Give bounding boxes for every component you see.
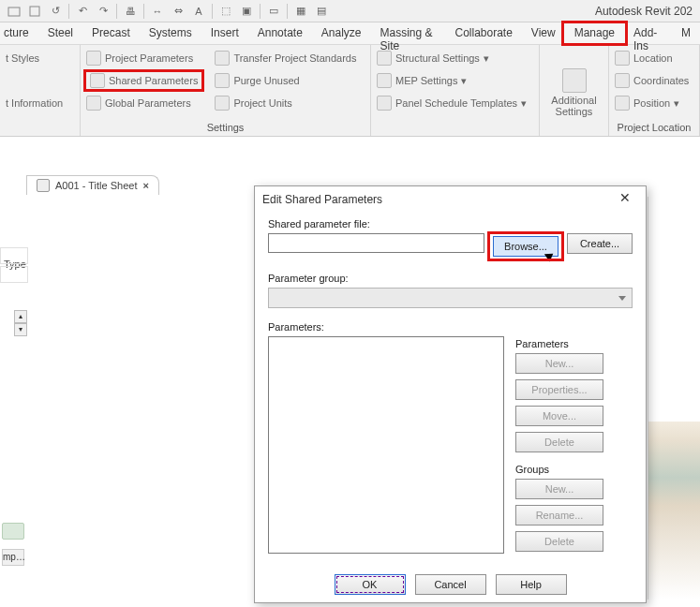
transfer-icon xyxy=(215,51,230,66)
rb-mep-settings[interactable]: MEP Settings ▾ xyxy=(377,71,533,90)
create-button[interactable]: Create... xyxy=(567,233,633,254)
rb-object-styles[interactable]: t Styles xyxy=(6,49,74,67)
qat-dim-icon[interactable]: ⇔ xyxy=(170,3,186,20)
qat-save-icon[interactable] xyxy=(26,3,43,20)
rb-structural-settings[interactable]: Structural Settings ▾ xyxy=(377,49,533,67)
panel-caption-location: Project Location xyxy=(615,120,693,136)
tab-precast[interactable]: Precast xyxy=(82,22,140,44)
rb-project-units[interactable]: Project Units xyxy=(215,94,356,112)
units-icon xyxy=(215,96,230,111)
help-button[interactable]: Help xyxy=(496,574,567,595)
parameters-listbox[interactable] xyxy=(268,336,504,554)
tab-addins[interactable]: Add-Ins xyxy=(624,22,672,44)
qat-3d-icon[interactable]: ⬚ xyxy=(217,3,234,20)
document-tab-label: A001 - Title Sheet xyxy=(55,180,137,191)
additional-settings-icon xyxy=(562,68,587,93)
palette-cell[interactable] xyxy=(0,247,28,264)
chevron-down-icon: ▾ xyxy=(484,52,489,65)
rb-purge-unused[interactable]: Purge Unused xyxy=(215,71,356,90)
rb-position[interactable]: Position ▾ xyxy=(615,94,693,112)
param-new-button[interactable]: New... xyxy=(515,353,603,374)
groups-caption: Groups xyxy=(515,464,633,475)
svg-rect-0 xyxy=(8,7,20,16)
tab-architecture-partial[interactable]: cture xyxy=(4,22,38,44)
chevron-down-icon: ▾ xyxy=(521,97,527,110)
dialog-title: Edit Shared Parameters xyxy=(262,193,382,206)
rb-shared-parameters[interactable]: Shared Parameters xyxy=(86,71,201,90)
pgroup-label: Parameter group: xyxy=(268,273,349,284)
rb-transfer-standards[interactable]: Transfer Project Standards xyxy=(215,49,356,67)
rb-project-info[interactable]: t Information xyxy=(6,94,74,112)
mp-button-partial[interactable]: mp… xyxy=(2,549,24,566)
document-area: A001 - Title Sheet × Type ▴ ▾ mp… Edit S… xyxy=(0,137,700,607)
rb-additional-settings[interactable]: Additional Settings xyxy=(544,68,604,117)
qat-measure-icon[interactable]: ↔ xyxy=(149,3,166,20)
edit-shared-parameters-dialog: Edit Shared Parameters ✕ Shared paramete… xyxy=(254,185,647,603)
qat-sync-icon[interactable]: ↺ xyxy=(47,3,64,20)
rb-coordinates[interactable]: Coordinates xyxy=(615,71,693,90)
spinner-up[interactable]: ▴ xyxy=(14,310,27,323)
shared-parameter-file-input[interactable] xyxy=(268,233,484,253)
coordinates-icon xyxy=(615,73,630,88)
project-params-icon xyxy=(86,51,101,66)
ribbon-body: t Styles t Information Project Parameter… xyxy=(0,45,700,137)
chevron-down-icon: ▾ xyxy=(461,75,467,87)
document-tab[interactable]: A001 - Title Sheet × xyxy=(26,175,159,195)
apply-button-partial[interactable] xyxy=(2,523,24,540)
tab-insert[interactable]: Insert xyxy=(201,22,248,44)
qat-section-icon[interactable]: ▣ xyxy=(238,3,255,20)
tab-massing[interactable]: Massing & Site xyxy=(371,22,446,44)
param-properties-button[interactable]: Properties... xyxy=(515,379,603,400)
qat-switch-icon[interactable]: ▤ xyxy=(313,3,330,20)
tab-annotate[interactable]: Annotate xyxy=(248,22,312,44)
group-new-button[interactable]: New... xyxy=(515,479,603,499)
ok-button[interactable]: OK xyxy=(335,574,406,595)
tab-collaborate[interactable]: Collaborate xyxy=(445,22,521,44)
qat-text-icon[interactable]: A xyxy=(190,3,207,20)
close-document-icon[interactable]: × xyxy=(142,180,148,191)
ribbon-tabs: cture Steel Precast Systems Insert Annot… xyxy=(0,22,700,45)
tab-more-partial[interactable]: M xyxy=(672,22,700,44)
palette-cell[interactable] xyxy=(0,266,28,283)
panel-caption-settings: Settings xyxy=(86,120,365,136)
param-delete-button[interactable]: Delete xyxy=(515,432,603,452)
qat-close-icon[interactable]: ▦ xyxy=(292,3,309,20)
tab-manage[interactable]: Manage xyxy=(565,22,624,44)
left-mini-palette xyxy=(0,247,28,283)
group-delete-button[interactable]: Delete xyxy=(515,531,603,552)
tab-steel[interactable]: Steel xyxy=(38,22,82,44)
tab-systems[interactable]: Systems xyxy=(140,22,201,44)
quick-access-toolbar: ↺ ↶ ↷ 🖶 ↔ ⇔ A ⬚ ▣ ▭ ▦ ▤ Autodesk Revit 2… xyxy=(0,0,700,22)
browse-button[interactable]: Browse... xyxy=(493,236,559,257)
qat-window-icon[interactable]: ▭ xyxy=(265,3,282,20)
tab-view[interactable]: View xyxy=(522,22,565,44)
location-icon xyxy=(615,51,630,66)
qat-print-icon[interactable]: 🖶 xyxy=(122,3,139,20)
parameter-group-combo[interactable] xyxy=(268,288,633,308)
position-icon xyxy=(615,96,630,111)
global-params-icon xyxy=(86,96,101,111)
viewport-background xyxy=(648,197,700,600)
qat-undo-icon[interactable]: ↶ xyxy=(74,3,91,20)
group-rename-button[interactable]: Rename... xyxy=(515,505,603,526)
tab-analyze[interactable]: Analyze xyxy=(312,22,371,44)
app-title: Autodesk Revit 202 xyxy=(595,5,693,18)
dialog-close-button[interactable]: ✕ xyxy=(612,190,638,209)
rb-location[interactable]: Location xyxy=(615,49,693,67)
cancel-button[interactable]: Cancel xyxy=(415,574,486,595)
param-move-button[interactable]: Move... xyxy=(515,406,603,426)
qat-open-icon[interactable] xyxy=(6,3,22,20)
qat-redo-icon[interactable]: ↷ xyxy=(95,3,112,20)
rb-snap-blank[interactable] xyxy=(6,71,74,90)
params-label: Parameters: xyxy=(268,321,324,333)
rb-project-parameters[interactable]: Project Parameters xyxy=(86,49,201,67)
spinner-down[interactable]: ▾ xyxy=(14,323,27,336)
panel-sched-icon xyxy=(377,96,392,111)
svg-rect-1 xyxy=(30,7,39,16)
rb-global-parameters[interactable]: Global Parameters xyxy=(86,94,201,112)
sheet-icon xyxy=(37,179,50,192)
mep-settings-icon xyxy=(377,73,392,88)
file-label: Shared parameter file: xyxy=(268,218,370,229)
rb-panel-sched-templates[interactable]: Panel Schedule Templates ▾ xyxy=(377,94,533,112)
struct-settings-icon xyxy=(377,51,392,66)
